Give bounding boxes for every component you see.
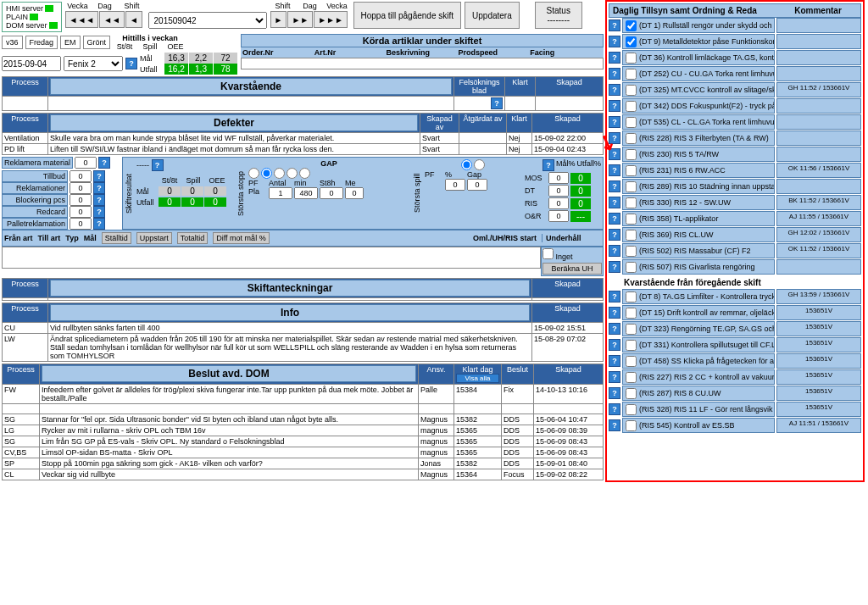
prev-week-button[interactable]: ◄◄◄ [65, 11, 99, 28]
help-icon[interactable]: ? [152, 159, 164, 171]
prev-comment[interactable]: 153651V [776, 369, 861, 385]
prev-item[interactable]: (DT 323) Rengörning TE.GP, SA.GS och BS.… [622, 321, 775, 336]
help-icon[interactable]: ? [609, 164, 620, 176]
prev-checkbox[interactable] [626, 291, 637, 302]
help-icon[interactable]: ? [609, 291, 620, 302]
tillsyn-checkbox[interactable] [626, 165, 637, 176]
tillsyn-checkbox[interactable] [626, 246, 637, 257]
line-select[interactable]: Fenix 2 [64, 56, 123, 71]
radio-a[interactable] [461, 159, 472, 170]
tillsyn-checkbox[interactable] [626, 101, 637, 112]
prev-item[interactable]: (DT 458) SS Klicka på frågetecken för at… [622, 353, 775, 369]
prev-comment[interactable]: 153651V [776, 353, 861, 369]
prev-checkbox[interactable] [626, 356, 637, 367]
prev-item[interactable]: (RIS 227) RIS 2 CC + kontroll av vakuum [622, 369, 775, 385]
help-icon[interactable]: ? [491, 97, 503, 109]
date-input[interactable] [2, 56, 61, 71]
reklamera-input[interactable] [75, 157, 97, 169]
help-icon[interactable]: ? [609, 36, 620, 47]
tillsyn-item[interactable]: (RIS 228) RIS 3 Filterbyten (TA & RW) [622, 130, 775, 146]
tillsyn-checkbox[interactable] [626, 230, 637, 241]
tillsyn-item[interactable]: (RIS 507) RIS Givarlista rengöring [622, 259, 775, 275]
help-icon[interactable]: ? [93, 218, 105, 230]
help-icon[interactable]: ? [609, 419, 620, 431]
dt-mal[interactable] [548, 185, 569, 197]
prev-item[interactable]: (DT 8) TA.GS Limfilter - Kontrollera try… [622, 289, 775, 304]
uppstart-button[interactable]: Uppstart [136, 232, 172, 244]
prev-comment[interactable]: 153651V [776, 305, 861, 320]
tillsyn-item[interactable]: (RIS 230) RIS 5 TA/RW [622, 147, 775, 162]
help-icon[interactable]: ? [609, 197, 620, 208]
next-week-button[interactable]: ►►► [314, 11, 348, 28]
tillsyn-comment[interactable] [776, 98, 861, 114]
tillsyn-comment[interactable] [776, 66, 861, 81]
help-icon[interactable]: ? [609, 245, 620, 257]
tillsyn-checkbox[interactable] [626, 36, 637, 47]
pla-min[interactable] [294, 187, 318, 199]
tillsyn-checkbox[interactable] [626, 149, 637, 160]
radio-5[interactable] [299, 168, 310, 179]
pla-st8h[interactable] [320, 187, 343, 199]
radio-3[interactable] [274, 168, 285, 179]
tillsyn-item[interactable]: (RIS 502) RIS Massabur (CF) F2 [622, 243, 775, 258]
tillsyn-item[interactable]: (DT 325) MT.CVCC kontroll av slitage/ska… [622, 82, 775, 97]
prev-comment[interactable]: GH 13:59 / 153661V [776, 289, 861, 304]
tillsyn-checkbox[interactable] [626, 262, 637, 273]
inget-checkbox[interactable]: Inget [542, 253, 573, 261]
blockering-input[interactable] [70, 194, 92, 206]
help-icon[interactable]: ? [609, 19, 620, 31]
help-icon[interactable]: ? [609, 387, 620, 399]
prev-comment[interactable]: 153651V [776, 402, 861, 417]
visa-alla-button[interactable]: Visa alla [456, 374, 499, 383]
tillsyn-comment[interactable]: GH 12:02 / 153661V [776, 227, 861, 242]
help-icon[interactable]: ? [93, 170, 105, 182]
tillsyn-comment[interactable] [776, 50, 861, 65]
tillsyn-comment[interactable]: BK 11:52 / 153661V [776, 195, 861, 210]
tillsyn-checkbox[interactable] [626, 69, 637, 80]
tillsyn-item[interactable]: (DT 252) CU - CU.GA Torka rent limhuvud … [622, 66, 775, 81]
prev-checkbox[interactable] [626, 340, 637, 351]
prev-item[interactable]: (RIS 287) RIS 8 CU.UW [622, 386, 775, 401]
help-icon[interactable]: ? [609, 261, 620, 273]
tillsyn-item[interactable]: (DT 1) Rullställ rengör under skydd och [622, 18, 775, 33]
stalltid-button[interactable]: Ställtid [102, 232, 131, 244]
help-icon[interactable]: ? [93, 206, 105, 218]
help-icon[interactable]: ? [609, 355, 620, 367]
help-icon[interactable]: ? [609, 100, 620, 112]
prev-checkbox[interactable] [626, 420, 637, 431]
prev-checkbox[interactable] [626, 404, 637, 415]
tillsyn-checkbox[interactable] [626, 20, 637, 31]
prev-comment[interactable]: 153651V [776, 386, 861, 401]
tillsyn-comment[interactable] [776, 34, 861, 49]
help-icon[interactable]: ? [609, 323, 620, 335]
redcard-input[interactable] [70, 206, 92, 218]
pla-antal[interactable] [269, 187, 292, 199]
pallet-input[interactable] [70, 218, 92, 230]
tillsyn-item[interactable]: (RIS 358) TL-applikator [622, 211, 775, 226]
prev-checkbox[interactable] [626, 308, 637, 319]
tillsyn-comment[interactable] [776, 18, 861, 33]
tillsyn-comment[interactable]: GH 11:52 / 153661V [776, 82, 861, 97]
prev-checkbox[interactable] [626, 324, 637, 335]
tillsyn-item[interactable]: (DT 9) Metalldetektor påse Funktionskont… [622, 34, 775, 49]
radio-1[interactable] [248, 168, 259, 179]
radio-b[interactable] [474, 159, 485, 170]
prev-item[interactable]: (DT 331) Kontrollera spillutsuget till C… [622, 337, 775, 352]
tillsyn-checkbox[interactable] [626, 181, 637, 192]
prev-shift-button[interactable]: ◄ [125, 11, 142, 28]
date-select[interactable]: 201509042 [148, 12, 267, 29]
tillsyn-item[interactable]: (RIS 369) RIS CL.UW [622, 227, 775, 242]
help-icon[interactable]: ? [609, 52, 620, 64]
tillsyn-item[interactable]: (DT 535) CL - CL.GA Torka rent limhuvud … [622, 114, 775, 130]
prev-checkbox[interactable] [626, 372, 637, 383]
pla-me[interactable] [345, 187, 364, 199]
tillsyn-checkbox[interactable] [626, 133, 637, 144]
tillsyn-comment[interactable] [776, 147, 861, 162]
help-icon[interactable]: ? [542, 159, 554, 171]
prev-item[interactable]: (DT 15) Drift kontroll av remmar, oljelä… [622, 305, 775, 320]
berakna-button[interactable]: Beräkna UH [542, 263, 602, 275]
help-icon[interactable]: ? [609, 213, 620, 225]
help-icon[interactable]: ? [609, 116, 620, 128]
tillsyn-checkbox[interactable] [626, 117, 637, 128]
prev-checkbox[interactable] [626, 388, 637, 399]
